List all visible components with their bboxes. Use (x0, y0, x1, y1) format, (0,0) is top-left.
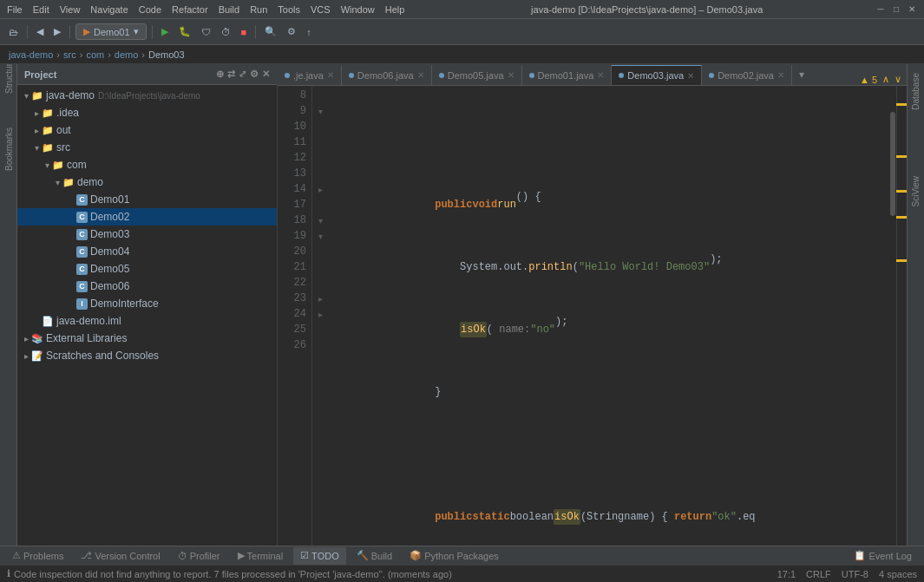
bottom-tab-event-log[interactable]: 📋 Event Log (847, 547, 919, 565)
bottom-tab-todo[interactable]: ☑ TODO (293, 547, 346, 565)
gutter-19[interactable]: ▾ (312, 228, 328, 244)
editor-content[interactable]: 8 9 10 11 12 13 14 17 18 19 20 21 22 23 … (278, 86, 907, 546)
tree-item-scratches[interactable]: ▸ 📝 Scratches and Consoles (17, 347, 277, 364)
menu-bar[interactable]: File Edit View Navigate Code Refactor Bu… (7, 4, 404, 15)
toolbar-project-icon[interactable]: 🗁 (5, 23, 22, 42)
indent-setting[interactable]: 4 spaces (879, 569, 917, 579)
bottom-tab-build[interactable]: 🔨 Build (350, 547, 399, 565)
project-sync-icon[interactable]: ⇄ (227, 69, 235, 80)
menu-view[interactable]: View (60, 4, 81, 15)
project-close-icon[interactable]: ✕ (262, 69, 270, 80)
menu-run[interactable]: Run (250, 4, 267, 15)
project-add-icon[interactable]: ⊕ (216, 69, 224, 80)
update-button[interactable]: ↑ (303, 23, 315, 42)
database-panel-toggle[interactable]: Database (909, 69, 922, 114)
bottom-tab-problems[interactable]: ⚠ Problems (5, 547, 70, 565)
breadcrumb-project[interactable]: java-demo (9, 49, 53, 60)
event-log-label: Event Log (868, 551, 912, 561)
close-button[interactable]: ✕ (907, 4, 917, 15)
tab-demo05[interactable]: Demo05.java ✕ (432, 65, 522, 85)
line-ending[interactable]: CRLF (806, 569, 831, 579)
tab-demo06-close[interactable]: ✕ (417, 70, 424, 80)
stop-button[interactable]: ■ (238, 23, 251, 42)
tree-item-external-libs[interactable]: ▸ 📚 External Libraries (17, 330, 277, 347)
bottom-tab-profiler[interactable]: ⏱ Profiler (171, 547, 227, 565)
profiler-button[interactable]: ⏱ (218, 23, 234, 42)
tab-demo05-close[interactable]: ✕ (508, 70, 514, 80)
breadcrumb-src[interactable]: src (63, 49, 76, 60)
menu-help[interactable]: Help (385, 4, 405, 15)
tab-je-java-close[interactable]: ✕ (327, 70, 334, 80)
menu-refactor[interactable]: Refactor (172, 4, 208, 15)
menu-build[interactable]: Build (219, 4, 239, 15)
tree-item-demo06[interactable]: C Demo06 (17, 278, 277, 295)
breadcrumb-demo03[interactable]: Demo03 (148, 49, 185, 60)
tree-item-idea[interactable]: ▸ 📁 .idea (17, 104, 277, 121)
menu-edit[interactable]: Edit (33, 4, 49, 15)
project-collapse-icon[interactable]: ⤢ (239, 69, 246, 80)
toolbar-forward[interactable]: ▶ (50, 23, 64, 42)
tab-demo03[interactable]: Demo03.java ✕ (612, 65, 702, 85)
menu-tools[interactable]: Tools (278, 4, 300, 15)
run-button[interactable]: ▶ (158, 23, 172, 42)
gutter-18[interactable]: ▾ (312, 213, 328, 228)
tree-item-out[interactable]: ▸ 📁 out (17, 121, 277, 139)
run-config-selector[interactable]: ▶ Demo01 ▾ (75, 23, 147, 40)
tree-item-demo[interactable]: ▾ 📁 demo (17, 173, 277, 191)
encoding[interactable]: UTF-8 (842, 569, 868, 579)
vertical-scrollbar[interactable] (889, 86, 896, 546)
project-settings-icon[interactable]: ⚙ (250, 69, 259, 80)
tree-item-demo01[interactable]: C Demo01 (17, 191, 277, 208)
tab-demo03-close[interactable]: ✕ (687, 71, 694, 81)
maximize-button[interactable]: □ (891, 4, 901, 15)
menu-file[interactable]: File (7, 4, 23, 15)
tab-demo02[interactable]: Demo02.java ✕ (702, 65, 792, 85)
tree-item-demo02[interactable]: C Demo02 (17, 208, 277, 226)
gutter-9[interactable]: ▾ (312, 103, 328, 119)
tab-bar-overflow[interactable]: ▾ (792, 69, 811, 81)
tab-demo02-close[interactable]: ✕ (777, 70, 784, 80)
bookmarks-panel-toggle[interactable]: Bookmarks (2, 142, 16, 156)
minimize-button[interactable]: ─ (875, 4, 886, 15)
breadcrumb-demo[interactable]: demo (115, 49, 139, 60)
tree-item-demo03[interactable]: C Demo03 (17, 226, 277, 243)
gutter-14[interactable]: ▸ (312, 181, 328, 197)
tree-item-demointerface[interactable]: I DemoInterface (17, 295, 277, 312)
build-icon: 🔨 (357, 550, 369, 561)
code-area[interactable]: public void run() { System.out.println("… (328, 86, 889, 546)
menu-navigate[interactable]: Navigate (90, 4, 128, 15)
structure-panel-toggle[interactable]: Structure (2, 69, 16, 83)
warnings-count[interactable]: ▲ 5 (860, 75, 877, 85)
tree-item-iml[interactable]: 📄 java-demo.iml (17, 312, 277, 330)
bottom-tab-python-packages[interactable]: 📦 Python Packages (403, 547, 506, 565)
debug-button[interactable]: 🐛 (175, 23, 194, 42)
cursor-position[interactable]: 17:1 (777, 569, 796, 579)
menu-window[interactable]: Window (341, 4, 375, 15)
tab-demo06[interactable]: Demo06.java ✕ (342, 65, 432, 85)
menu-vcs[interactable]: VCS (311, 4, 331, 15)
toolbar-back[interactable]: ◀ (33, 23, 47, 42)
breadcrumb-com[interactable]: com (86, 49, 104, 60)
tab-demo01-close[interactable]: ✕ (597, 70, 604, 80)
gutter-24[interactable]: ▸ (312, 306, 328, 322)
tree-item-demo04[interactable]: C Demo04 (17, 243, 277, 260)
coverage-button[interactable]: 🛡 (198, 23, 214, 42)
run-config-dropdown[interactable]: ▾ (134, 26, 139, 37)
tab-je-java[interactable]: .je.java ✕ (278, 65, 342, 85)
bottom-tab-version-control[interactable]: ⎇ Version Control (74, 547, 167, 565)
scrollbar-thumb[interactable] (890, 112, 895, 216)
search-button[interactable]: 🔍 (261, 23, 280, 42)
collapse-icon[interactable]: ∨ (895, 74, 901, 85)
tree-item-src[interactable]: ▾ 📁 src (17, 139, 277, 156)
expand-icon[interactable]: ∧ (882, 74, 889, 85)
tree-item-com[interactable]: ▾ 📁 com (17, 156, 277, 173)
bottom-tab-terminal[interactable]: ▶ Terminal (231, 547, 291, 565)
tree-item-demo05[interactable]: C Demo05 (17, 260, 277, 278)
tab-demo01[interactable]: Demo01.java ✕ (522, 65, 613, 85)
error-stripe (896, 86, 907, 546)
sciview-panel-toggle[interactable]: SciView (909, 173, 922, 210)
settings-button[interactable]: ⚙ (284, 23, 299, 42)
menu-code[interactable]: Code (139, 4, 161, 15)
tree-item-java-demo[interactable]: ▾ 📁 java-demo D:\IdeaProjects\java-demo (17, 87, 277, 104)
gutter-23[interactable]: ▸ (312, 291, 328, 306)
